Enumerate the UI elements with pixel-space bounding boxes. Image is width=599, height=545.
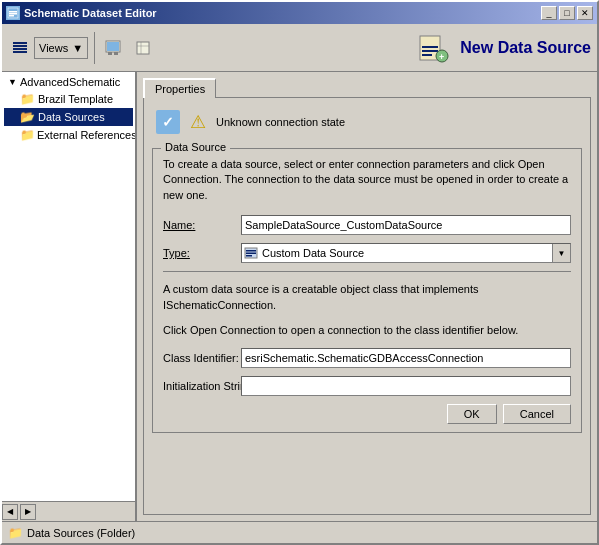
svg-rect-4 [13,42,27,44]
custom-desc1: A custom data source is a creatable obje… [163,282,571,313]
svg-rect-3 [9,15,14,17]
tree-root-label: AdvancedSchematic [20,76,120,88]
left-panel: ▼ AdvancedSchematic 📁 Brazil Template 📂 … [2,72,137,521]
tree-item-datasources[interactable]: 📂 Data Sources [4,108,133,126]
tab-properties[interactable]: Properties [143,78,216,98]
new-datasource-title: New Data Source [460,39,591,57]
type-icon [242,244,260,262]
group-label: Data Source [161,141,230,153]
window-controls: _ □ ✕ [541,6,593,20]
svg-rect-23 [246,253,256,255]
type-value: Custom Data Source [260,247,552,259]
status-bar-icon: 📁 [8,526,23,540]
status-box: ✓ ⚠ Unknown connection state [152,106,582,138]
views-label: Views [39,42,68,54]
toolbar-icon-btn[interactable] [8,36,32,60]
name-label: Name: [163,219,233,231]
tree-item-brazil-label: Brazil Template [38,93,113,105]
type-row: Type: Custom Data Source [163,243,571,263]
tree-item-external[interactable]: 📁 External References [4,126,133,144]
expand-icon: ▼ [8,77,18,87]
class-id-input[interactable] [241,348,571,368]
scroll-right-btn[interactable]: ▶ [20,504,36,520]
svg-rect-5 [13,45,27,47]
main-content: ▼ AdvancedSchematic 📁 Brazil Template 📂 … [2,72,597,521]
class-id-label: Class Identifier: [163,352,233,364]
tree-root[interactable]: ▼ AdvancedSchematic [4,74,133,90]
svg-rect-12 [137,42,149,54]
status-text: Unknown connection state [216,116,345,128]
name-row: Name: [163,215,571,235]
right-panel: Properties ✓ ⚠ Unknown connection state [137,72,597,521]
svg-rect-2 [9,13,17,15]
toolbar-views-section: Views ▼ [8,32,95,64]
type-dropdown[interactable]: Custom Data Source ▼ [241,243,571,263]
svg-rect-9 [107,42,119,51]
init-string-input[interactable] [241,376,571,396]
cancel-button[interactable]: Cancel [503,404,571,424]
folder-icon-open: 📂 [20,110,36,124]
app-icon [6,6,20,20]
toolbar-btn-2[interactable] [131,36,155,60]
status-bar: 📁 Data Sources (Folder) [2,521,597,543]
views-dropdown[interactable]: Views ▼ [34,37,88,59]
datasource-group: Data Source To create a data source, sel… [152,148,582,433]
tree-item-external-label: External References [37,129,135,141]
warning-icon: ⚠ [188,112,208,132]
custom-desc2: Click Open Connection to open a connecti… [163,323,571,338]
svg-rect-18 [422,54,432,56]
scroll-left-btn[interactable]: ◀ [2,504,18,520]
minimize-button[interactable]: _ [541,6,557,20]
svg-rect-17 [422,50,438,52]
svg-rect-10 [108,52,112,55]
tab-content: ✓ ⚠ Unknown connection state Data Source… [143,97,591,515]
name-input[interactable] [241,215,571,235]
window-title: Schematic Dataset Editor [24,7,157,19]
init-string-row: Initialization String: [163,376,571,396]
class-id-row: Class Identifier: [163,348,571,368]
title-bar: Schematic Dataset Editor _ □ ✕ [2,2,597,24]
check-icon: ✓ [156,110,180,134]
tree-item-datasources-label: Data Sources [38,111,105,123]
tab-strip: Properties [143,78,591,97]
svg-rect-6 [13,48,27,50]
svg-rect-7 [13,51,27,53]
form-divider [163,271,571,272]
title-bar-left: Schematic Dataset Editor [6,6,157,20]
description-text: To create a data source, select or enter… [163,157,571,203]
svg-rect-1 [9,11,17,13]
folder-icon-ext: 📁 [20,128,35,142]
tree-view: ▼ AdvancedSchematic 📁 Brazil Template 📂 … [2,72,135,501]
toolbar: Views ▼ [2,24,597,72]
tree-item-brazil[interactable]: 📁 Brazil Template [4,90,133,108]
buttons-row: OK Cancel [163,404,571,424]
folder-icon: 📁 [20,92,36,106]
svg-rect-24 [246,255,252,257]
type-dropdown-arrow[interactable]: ▼ [552,244,570,262]
dropdown-arrow: ▼ [72,42,83,54]
maximize-button[interactable]: □ [559,6,575,20]
svg-rect-22 [246,250,256,252]
toolbar-btn-1[interactable] [101,36,125,60]
svg-rect-16 [422,46,438,48]
status-bar-text: Data Sources (Folder) [27,527,135,539]
init-string-label: Initialization String: [163,380,233,392]
main-window: Schematic Dataset Editor _ □ ✕ Views ▼ [0,0,599,545]
left-panel-scrollbar: ◀ ▶ [2,501,135,521]
svg-text:+: + [439,52,444,62]
close-button[interactable]: ✕ [577,6,593,20]
type-label: Type: [163,247,233,259]
ok-button[interactable]: OK [447,404,497,424]
svg-rect-11 [114,52,118,55]
